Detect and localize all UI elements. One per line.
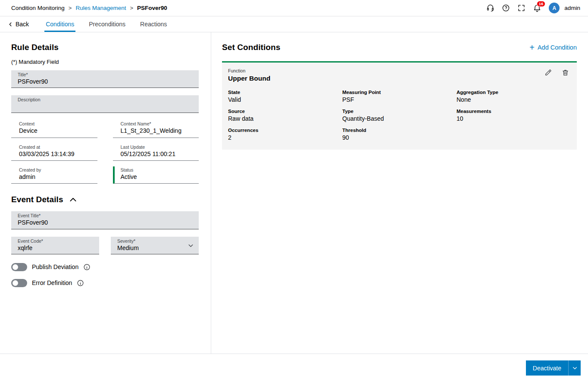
status-field: Status Active [113,166,199,184]
condition-field-source: Source Raw data [228,109,342,122]
edit-condition-button[interactable] [544,69,552,76]
publish-deviation-info-icon[interactable] [83,263,91,271]
field-value: None [457,96,571,103]
notification-count-badge: 16 [537,1,546,7]
field-label: Measurements [457,109,571,114]
tabbar: Back Conditions Preconditions Reactions [0,16,588,32]
title-field[interactable]: Title* PSFover90 [11,70,199,88]
set-conditions-panel: Set Conditions + Add Condition [211,32,588,354]
last-update-field: Last Update 05/12/2025 11:00:21 [113,144,199,161]
field-label: Measuring Point [342,90,457,95]
breadcrumb-current-rule: PSFover90 [137,5,167,11]
publish-deviation-toggle[interactable] [11,263,27,271]
support-headset-icon[interactable] [486,4,494,12]
context-value: Device [19,127,97,135]
deactivate-split-button: Deactivate [526,360,581,376]
plus-icon: + [529,43,535,52]
empty-cell [457,128,571,141]
tab-conditions[interactable]: Conditions [38,16,81,32]
field-value: Raw data [228,115,342,122]
trash-icon [562,69,569,76]
field-label: Aggregation Type [457,90,571,95]
function-label: Function [228,68,571,73]
error-definition-toggle[interactable] [11,279,27,287]
condition-field-threshold: Threshold 90 [342,128,457,141]
context-field: Context Device [11,120,97,138]
avatar[interactable]: A [549,3,560,13]
created-by-label: Created by [19,167,97,173]
error-definition-row: Error Definition [11,279,199,287]
condition-field-state: State Valid [228,90,342,103]
title-field-value: PSFover90 [18,78,194,85]
field-label: State [228,90,342,95]
topbar-actions: 16 A admin [486,3,580,13]
event-code-value: xqlrfe [18,244,95,252]
context-label: Context [19,121,97,127]
event-title-field[interactable]: Event Title* PSFover90 [11,211,199,229]
created-at-value: 03/03/2025 13:14:39 [19,150,97,158]
breadcrumb: Condition Monitoring > Rules Management … [11,5,167,11]
event-details-title: Event Details [11,195,63,204]
error-definition-label: Error Definition [32,279,72,286]
tab-preconditions[interactable]: Preconditions [81,16,133,32]
event-title-label: Event Title* [18,213,194,219]
back-button[interactable]: Back [8,16,29,32]
set-conditions-title: Set Conditions [222,43,280,52]
error-definition-info-icon[interactable] [77,279,84,287]
field-value: 10 [457,115,571,122]
username-label[interactable]: admin [564,5,580,11]
field-label: Occurrences [228,128,342,133]
field-label: Type [342,109,457,114]
chevron-down-icon [572,365,578,371]
description-field-label: Description [18,97,194,103]
chevron-down-icon [187,242,194,249]
mandatory-field-note: (*) Mandatory Field [11,59,199,65]
context-name-field: Context Name* L1_St_230_1_Welding [113,120,199,138]
fullscreen-icon[interactable] [517,4,525,12]
context-name-value: L1_St_230_1_Welding [121,127,199,135]
topbar: Condition Monitoring > Rules Management … [0,0,588,16]
pencil-icon [544,69,552,76]
breadcrumb-condition-monitoring[interactable]: Condition Monitoring [11,5,65,11]
context-name-label: Context Name* [121,121,199,127]
tab-reactions[interactable]: Reactions [133,16,174,32]
breadcrumb-separator-icon: > [130,5,134,11]
back-label: Back [16,21,29,28]
field-value: Quantity-Based [342,115,457,122]
field-value: Valid [228,96,342,103]
add-condition-button[interactable]: + Add Condition [529,43,577,52]
delete-condition-button[interactable] [562,69,569,76]
deactivate-button[interactable]: Deactivate [526,360,568,376]
event-code-label: Event Code* [18,238,95,244]
publish-deviation-label: Publish Deviation [32,263,78,270]
condition-field-measurements: Measurements 10 [457,109,571,122]
severity-select[interactable]: Severity* Medium [111,237,199,254]
notifications-bell-icon[interactable]: 16 [533,4,541,13]
rule-details-panel: Rule Details (*) Mandatory Field Title* … [0,32,211,354]
title-field-label: Title* [18,72,194,78]
condition-field-type: Type Quantity-Based [342,109,457,122]
event-details-collapse-button[interactable] [69,195,78,204]
last-update-value: 05/12/2025 11:00:21 [121,150,199,158]
severity-value: Medium [117,244,194,252]
created-at-label: Created at [19,144,97,150]
field-label: Threshold [342,128,457,133]
event-title-value: PSFover90 [18,219,194,226]
publish-deviation-row: Publish Deviation [11,263,199,271]
chevron-up-icon [69,195,78,204]
help-icon[interactable] [502,4,510,12]
breadcrumb-rules-management[interactable]: Rules Management [75,5,126,11]
condition-field-occurrences: Occurrences 2 [228,128,342,141]
severity-label: Severity* [117,238,194,244]
field-value: 2 [228,134,342,141]
content: Rule Details (*) Mandatory Field Title* … [0,32,588,354]
footer: Deactivate [0,354,588,382]
status-label: Status [121,167,199,173]
condition-card: Function Upper Bound State Valid Measuri… [222,61,577,150]
event-code-field[interactable]: Event Code* xqlrfe [11,237,99,254]
breadcrumb-separator-icon: > [69,5,72,11]
deactivate-dropdown-button[interactable] [568,360,581,376]
description-field[interactable]: Description [11,95,199,113]
rule-details-title: Rule Details [11,43,199,52]
condition-field-measuring-point: Measuring Point PSF [342,90,457,103]
